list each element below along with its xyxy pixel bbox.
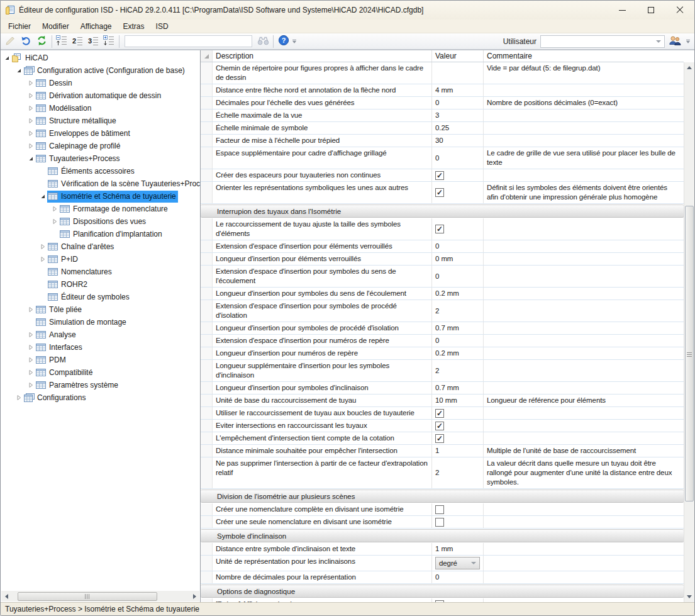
grid-row[interactable]: Extension d'espace d'insertion pour symb… — [201, 300, 684, 322]
expander-collapsed-icon[interactable] — [15, 394, 23, 401]
toolbar-overflow-button[interactable] — [291, 35, 297, 48]
row-marker[interactable] — [201, 169, 213, 181]
tree-horizontal-scrollbar[interactable] — [1, 591, 199, 602]
tree-item[interactable]: PDM — [1, 354, 200, 366]
expander-collapsed-icon[interactable] — [27, 344, 35, 351]
grid-row[interactable]: [Debug] Afficher cadre de rognage — [201, 598, 684, 602]
row-marker[interactable] — [201, 84, 213, 96]
tree-item[interactable]: Configurations — [1, 391, 200, 404]
user-combobox[interactable] — [540, 35, 665, 48]
row-marker[interactable] — [201, 62, 213, 84]
expander-collapsed-icon[interactable] — [27, 104, 35, 112]
value-cell[interactable]: 2 — [432, 360, 484, 381]
value-cell[interactable]: 0 — [432, 147, 484, 169]
tree-item[interactable]: Structure métallique — [1, 115, 200, 127]
row-marker[interactable] — [201, 288, 213, 300]
menu-item-affichage[interactable]: Affichage — [75, 21, 118, 32]
expander-collapsed-icon[interactable] — [27, 92, 35, 99]
value-cell[interactable]: 0.7 mm — [432, 382, 484, 394]
row-marker[interactable] — [201, 395, 213, 406]
grid-row[interactable]: Longueur d'insertion pour éléments verro… — [201, 253, 684, 266]
grid-row[interactable]: Extension d'espace d'insertion pour numé… — [201, 335, 684, 347]
row-marker[interactable] — [201, 266, 213, 287]
expander-collapsed-icon[interactable] — [27, 356, 35, 364]
grid-row[interactable]: Longueur supplémentaire d'insertion pour… — [201, 360, 684, 382]
tree-item[interactable]: Interfaces — [1, 341, 200, 354]
expander-collapsed-icon[interactable] — [51, 205, 58, 213]
row-marker[interactable] — [201, 147, 213, 169]
tree-item[interactable]: Isométrie et Schéma de tuyauterie — [1, 190, 200, 203]
expander-collapsed-icon[interactable] — [27, 79, 35, 87]
refresh-button[interactable] — [34, 34, 50, 48]
row-marker[interactable] — [201, 516, 213, 528]
grid-corner-cell[interactable] — [201, 50, 213, 62]
grid-row[interactable]: Longueur d'insertion pour symboles de pr… — [201, 322, 684, 335]
table-vertical-scrollbar[interactable] — [684, 62, 694, 602]
value-cell[interactable]: 0 — [432, 240, 484, 252]
tree-item[interactable]: Enveloppes de bâtiment — [1, 127, 200, 140]
row-marker[interactable] — [201, 432, 213, 444]
grid-row[interactable]: Distance minimale souhaitée pour empêche… — [201, 445, 684, 457]
expand-level-2-button[interactable]: 2 — [70, 34, 86, 48]
checkbox-checked[interactable]: ✓ — [435, 422, 444, 430]
column-header-valeur[interactable]: Valeur — [432, 50, 484, 62]
grid-row[interactable]: Décimales pour l'échelle des vues généré… — [201, 97, 684, 109]
grid-row[interactable]: Facteur de mise à l'échelle pour trépied… — [201, 135, 684, 147]
menu-item-isd[interactable]: ISD — [150, 21, 174, 32]
expander-collapsed-icon[interactable] — [27, 117, 35, 125]
tree-item[interactable]: Tôle pliée — [1, 303, 200, 316]
grid-row[interactable]: Le raccourcissement de tuyau ajuste la t… — [201, 218, 684, 240]
tree-item[interactable]: Paramètres système — [1, 379, 200, 391]
tree-item[interactable]: Nomenclatures — [1, 266, 200, 278]
grid-row[interactable]: Unité de représentation pour les inclina… — [201, 556, 684, 571]
checkbox-unchecked[interactable] — [435, 600, 444, 603]
tree-item[interactable]: Dispositions des vues — [1, 215, 200, 228]
checkbox-checked[interactable]: ✓ — [435, 409, 444, 418]
row-marker[interactable] — [201, 360, 213, 381]
grid-row[interactable]: Extension d'espace d'insertion pour symb… — [201, 266, 684, 288]
row-marker[interactable] — [201, 445, 213, 457]
checkbox-checked[interactable]: ✓ — [435, 225, 444, 233]
value-cell[interactable]: 1 — [432, 445, 484, 457]
value-cell[interactable]: 2 — [432, 300, 484, 322]
find-button[interactable] — [255, 34, 271, 48]
tree-item[interactable]: Dérivation automatique de dessin — [1, 89, 200, 102]
tree-item[interactable]: Compatibilité — [1, 366, 200, 379]
close-button[interactable] — [665, 1, 694, 20]
edit-button[interactable] — [3, 34, 18, 48]
row-marker[interactable] — [201, 556, 213, 571]
value-dropdown[interactable]: degré — [435, 557, 480, 569]
scroll-down-icon[interactable] — [684, 592, 694, 602]
tree-item[interactable]: Modélisation — [1, 102, 200, 115]
scroll-left-icon[interactable] — [1, 591, 11, 601]
maximize-button[interactable] — [637, 1, 665, 20]
toolbar-overflow-button[interactable] — [685, 35, 691, 48]
value-cell[interactable]: 30 — [432, 135, 484, 147]
help-button[interactable]: ? — [275, 34, 291, 48]
row-marker[interactable] — [201, 218, 213, 240]
tree-item[interactable]: HiCAD — [1, 52, 200, 64]
row-marker[interactable] — [201, 122, 213, 134]
row-marker[interactable] — [201, 322, 213, 334]
expander-collapsed-icon[interactable] — [51, 218, 58, 225]
grid-row[interactable]: Chemin de répertoire pour figures propre… — [201, 62, 684, 84]
checkbox-checked[interactable]: ✓ — [435, 171, 444, 180]
value-cell[interactable]: 4 mm — [432, 84, 484, 96]
minimize-button[interactable] — [608, 1, 637, 20]
value-cell[interactable]: 0 — [432, 571, 484, 583]
grid-row[interactable]: Créer des espaceurs pour tuyauteries non… — [201, 169, 684, 182]
value-cell[interactable]: 0.2 mm — [432, 288, 484, 300]
row-marker[interactable] — [201, 182, 213, 203]
row-marker[interactable] — [201, 420, 213, 432]
tree-item[interactable]: Analyse — [1, 328, 200, 341]
scroll-up-icon[interactable] — [684, 63, 694, 72]
row-marker[interactable] — [201, 543, 213, 555]
row-marker[interactable] — [201, 503, 213, 515]
grid-row[interactable]: Échelle maximale de la vue3 — [201, 109, 684, 122]
row-marker[interactable] — [201, 97, 213, 109]
tree-item[interactable]: Éléments accessoires — [1, 165, 200, 177]
tree-item[interactable]: Dessin — [1, 77, 200, 89]
tree-item[interactable]: Vérification de la scène Tuyauteries+Pro… — [1, 177, 200, 190]
value-cell[interactable] — [432, 62, 484, 84]
expander-expanded-icon[interactable] — [3, 54, 11, 62]
